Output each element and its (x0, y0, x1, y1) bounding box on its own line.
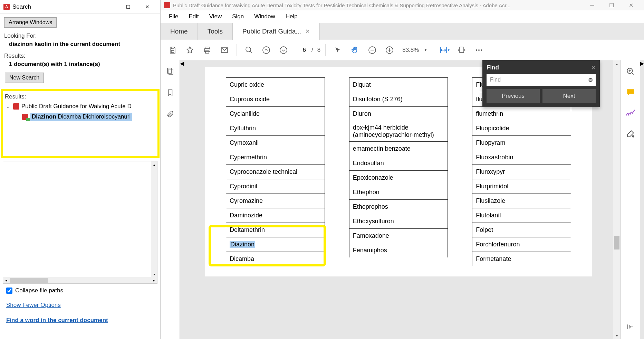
save-icon[interactable] (165, 43, 180, 57)
chevron-down-icon[interactable]: ⌄ (5, 104, 11, 109)
page-display-icon[interactable] (454, 43, 469, 57)
zoom-in-icon[interactable] (382, 43, 397, 57)
chemical-cell: dpx-kjm44 herbicide (aminocyclopyrachlor… (349, 121, 448, 141)
sign-tool-icon[interactable] (625, 108, 636, 118)
svg-rect-2 (205, 51, 209, 53)
find-input[interactable] (487, 74, 585, 86)
minimize-button[interactable]: ─ (100, 2, 119, 12)
show-fewer-options-link[interactable]: Show Fewer Options (6, 302, 154, 309)
expand-rail-icon[interactable] (625, 322, 636, 332)
results-horizontal-scrollbar[interactable]: ◂ ▸ (3, 277, 157, 283)
document-title: Public Draft Guidance for Waiving Acute … (173, 2, 583, 8)
close-button[interactable]: ✕ (621, 0, 641, 10)
zoom-out-icon[interactable] (365, 43, 379, 57)
chemical-cell: Fluoxastrobin (472, 150, 571, 164)
find-zoom-icon[interactable] (242, 43, 256, 57)
tab-tools[interactable]: Tools (198, 23, 233, 40)
attachment-icon[interactable] (165, 109, 175, 119)
chemical-cell: Epoxiconazole (349, 170, 448, 185)
chemical-cell: Ethoprophos (349, 199, 448, 214)
chemical-cell: Cyclanilide (226, 106, 325, 121)
svg-rect-0 (171, 50, 174, 53)
page-number-input[interactable] (294, 45, 307, 55)
document-vertical-scrollbar[interactable]: ▴ ▾ (613, 60, 621, 339)
scroll-up-arrow[interactable]: ▴ (613, 60, 621, 67)
results-vertical-scrollbar[interactable]: ▴ ▾ (151, 161, 157, 277)
menu-help[interactable]: Help (281, 12, 302, 21)
maximize-button[interactable]: ☐ (119, 2, 138, 12)
scroll-down-arrow[interactable]: ▾ (613, 332, 621, 339)
new-search-button[interactable]: New Search (5, 73, 44, 83)
chemical-cell: Fenamiphos (349, 243, 448, 257)
menu-sign[interactable]: Sign (228, 12, 248, 21)
left-rail-collapse-icon[interactable]: ◀ (180, 60, 184, 339)
minimize-button[interactable]: ─ (583, 0, 602, 10)
chemical-cell: Endosulfan (349, 156, 448, 170)
chemical-cell: Diquat (349, 77, 448, 92)
menu-window[interactable]: Window (250, 12, 279, 21)
chemical-cell: Forchlorfenuron (472, 237, 571, 252)
find-previous-button[interactable]: Previous (487, 89, 540, 103)
menubar: File Edit View Sign Window Help (161, 10, 644, 23)
selection-tool-icon[interactable] (330, 43, 345, 57)
bookmark-icon[interactable] (165, 88, 175, 97)
scroll-down-arrow[interactable]: ▾ (151, 271, 157, 277)
scroll-thumb[interactable] (10, 278, 48, 283)
collapse-paths-label[interactable]: Collapse file paths (15, 287, 63, 294)
toolbar: / 8 83.8% ▼ ▼ (161, 40, 644, 60)
tab-document[interactable]: Public Draft Guida... ✕ (233, 23, 320, 40)
result-snippet: Diazinon Dicamba Dichloroisocyanuri (30, 113, 132, 121)
chemical-cell: Diazinon (226, 237, 325, 252)
chemical-cell: Famoxadone (349, 228, 448, 243)
scroll-right-arrow[interactable]: ▸ (151, 278, 157, 283)
content-area: ◀ Cupric oxideCuprous oxideCyclanilideCy… (161, 60, 644, 339)
search-tool-icon[interactable] (625, 66, 636, 77)
svg-point-4 (246, 47, 251, 52)
zoom-dropdown-icon[interactable]: ▼ (424, 48, 427, 52)
page-separator: / (311, 47, 313, 54)
star-icon[interactable] (183, 43, 197, 57)
tab-home[interactable]: Home (161, 23, 198, 40)
search-window-title: Search (12, 3, 100, 10)
scroll-left-arrow[interactable]: ◂ (3, 278, 9, 283)
comment-tool-icon[interactable] (625, 87, 636, 97)
scroll-thumb[interactable] (614, 236, 619, 249)
document-viewport[interactable]: Cupric oxideCuprous oxideCyclanilideCyfl… (184, 60, 613, 339)
thumbnails-icon[interactable] (165, 66, 175, 76)
menu-file[interactable]: File (165, 12, 182, 21)
chemical-cell: Flurprimidol (472, 179, 571, 194)
right-rail-collapse-icon[interactable]: ▶ (640, 60, 644, 339)
results-highlight-box: Results: ⌄ Public Draft Guidance for Wai… (1, 89, 160, 158)
page-down-icon[interactable] (276, 43, 291, 57)
menu-edit[interactable]: Edit (184, 12, 203, 21)
svg-rect-9 (460, 47, 464, 53)
print-icon[interactable] (200, 43, 214, 57)
hand-tool-icon[interactable] (348, 43, 362, 57)
svg-point-10 (476, 49, 477, 51)
chemical-cell: Cyfluthrin (226, 121, 325, 135)
find-next-button[interactable]: Next (542, 89, 596, 103)
fit-width-icon[interactable]: ▼ (437, 43, 452, 57)
find-close-icon[interactable]: ✕ (591, 65, 596, 71)
scroll-up-arrow[interactable]: ▴ (151, 161, 157, 168)
menu-view[interactable]: View (205, 12, 226, 21)
page-up-icon[interactable] (259, 43, 273, 57)
chemical-cell: Cupric oxide (226, 77, 325, 92)
find-settings-icon[interactable]: ⚙ (585, 77, 596, 83)
find-title: Find (487, 64, 499, 71)
close-tab-icon[interactable]: ✕ (305, 28, 310, 35)
result-document[interactable]: ⌄ Public Draft Guidance for Waiving Acut… (5, 103, 155, 110)
email-icon[interactable] (217, 43, 232, 57)
search-titlebar: A Search ─ ☐ ✕ (0, 0, 160, 14)
results-label: Results: (4, 53, 156, 59)
result-item[interactable]: Diazinon Dicamba Dichloroisocyanuri (22, 113, 155, 121)
more-tools-icon[interactable] (472, 43, 486, 57)
arrange-windows-button[interactable]: Arrange Windows (4, 17, 57, 28)
chemical-cell: Cyprodinil (226, 179, 325, 194)
more-tools-icon[interactable] (625, 129, 636, 139)
results-scroll-area: ▴ ▾ ◂ ▸ (3, 161, 157, 284)
collapse-paths-checkbox[interactable] (6, 288, 12, 294)
close-button[interactable]: ✕ (138, 2, 157, 12)
find-word-link[interactable]: Find a word in the current document (6, 317, 154, 324)
maximize-button[interactable]: ☐ (602, 0, 621, 10)
